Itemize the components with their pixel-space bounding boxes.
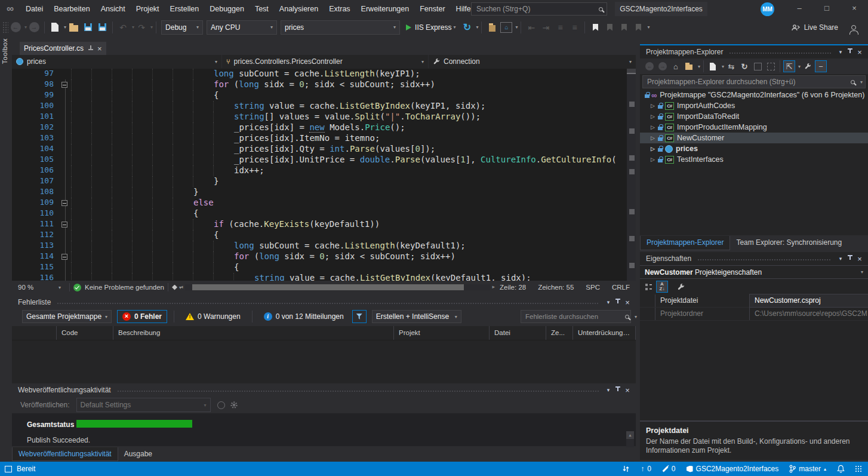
fold-margin[interactable] [59, 262, 72, 273]
code-line-112[interactable]: 112 { [12, 230, 636, 241]
horizontal-scrollbar[interactable]: ◂ ▸ [185, 284, 490, 290]
property-row-projektordner[interactable]: ProjektordnerC:\Users\mm\source\repos\GS… [640, 308, 868, 321]
code-line-103[interactable]: 103 _prices[idx].ItemNo = itemno; [12, 133, 636, 144]
code-line-97[interactable]: 97 long subCount = cache.ListLength(keyI… [12, 69, 636, 79]
preview-icon[interactable] [217, 401, 225, 409]
close-icon[interactable]: × [623, 298, 632, 307]
close-icon[interactable]: × [855, 48, 864, 57]
collapse-region-icon[interactable] [61, 254, 67, 260]
avatar[interactable]: MM [761, 2, 774, 16]
uncomment-icon[interactable]: ≡ [567, 20, 581, 35]
clear-bookmarks-icon[interactable] [631, 20, 645, 35]
fold-margin[interactable] [59, 187, 72, 198]
fold-margin[interactable] [59, 208, 72, 219]
publish-profile-dropdown[interactable]: Default Settings▾ [76, 398, 211, 412]
restore-layout-icon[interactable] [5, 466, 12, 472]
refresh-icon[interactable]: ↻ [460, 20, 474, 35]
messages-filter-button[interactable]: i0 von 12 Mitteilungen [259, 310, 349, 323]
redo-icon[interactable]: ↷ [134, 20, 149, 35]
menu-item-projekt[interactable]: Projekt [131, 0, 165, 18]
collapse-region-icon[interactable] [61, 200, 67, 206]
indent-increase-icon[interactable]: ⇥ [538, 20, 553, 35]
window-position-icon[interactable]: ▾ [604, 299, 613, 305]
new-item-dropdown-icon[interactable]: ▾ [722, 64, 724, 69]
redo-dropdown-icon[interactable]: ▾ [150, 24, 153, 30]
fold-margin[interactable] [59, 176, 72, 187]
menu-item-fenster[interactable]: Fenster [414, 0, 450, 18]
property-value[interactable]: NewCustomer.csproj [750, 294, 868, 307]
pending-edits-button[interactable]: 0 [658, 462, 680, 476]
code-line-116[interactable]: 116 string value = cache.ListGetByIndex(… [12, 273, 636, 281]
scroll-right-icon[interactable]: ▸ [493, 284, 495, 290]
navigate-back-icon[interactable]: ← [8, 20, 23, 35]
collapse-region-icon[interactable] [61, 82, 67, 88]
repository-button[interactable]: GSC2Magento2Interfaces [682, 462, 783, 476]
health-status[interactable]: Keine Probleme gefunden [85, 284, 164, 291]
member-dropdown[interactable]: Connection▾ [429, 55, 636, 68]
code-line-107[interactable]: 107 } [12, 176, 636, 187]
code-line-99[interactable]: 99 { [12, 90, 636, 101]
fold-margin[interactable] [59, 155, 72, 165]
menu-item-erweiterungen[interactable]: Erweiterungen [356, 0, 415, 18]
browser-link-dropdown-icon[interactable]: ▾ [515, 24, 518, 30]
errors-filter-button[interactable]: ×0 Fehler [117, 310, 167, 323]
menu-item-debuggen[interactable]: Debuggen [204, 0, 250, 18]
maximize-button[interactable]: □ [813, 0, 841, 18]
live-share-button[interactable]: Live Share [804, 23, 838, 32]
open-file-icon[interactable] [66, 20, 81, 35]
fold-margin[interactable] [59, 144, 72, 155]
properties-object-dropdown[interactable]: NewCustomer Projekteigenschaften ▾ [640, 265, 868, 279]
close-icon[interactable]: × [855, 254, 864, 263]
properties-title-bar[interactable]: Eigenschaften ▾ × [640, 252, 868, 265]
panel-tab-team-explorer[interactable]: Team Explorer: Synchronisierung [730, 236, 848, 250]
fold-margin[interactable] [59, 251, 72, 262]
home-icon[interactable]: ⌂ [670, 60, 682, 72]
property-value[interactable]: C:\Users\mm\source\repos\GSC2M [750, 308, 868, 320]
fold-margin[interactable] [59, 241, 72, 251]
solution-explorer-search-input[interactable] [643, 78, 847, 86]
notifications-bell-icon[interactable] [833, 462, 849, 476]
bottom-tab-ausgabe[interactable]: Ausgabe [118, 447, 158, 461]
code-line-110[interactable]: 110 { [12, 208, 636, 219]
fold-margin[interactable] [59, 133, 72, 144]
menu-item-datei[interactable]: Datei [20, 0, 48, 18]
column-header[interactable]: Datei [490, 326, 546, 340]
new-file-icon[interactable] [48, 20, 62, 35]
switch-views-icon[interactable] [683, 60, 695, 72]
code-editor[interactable]: 97 long subCount = cache.ListLength(keyI… [12, 69, 636, 281]
attach-to-process-icon[interactable] [485, 20, 499, 35]
run-button[interactable]: IIS Express▾ [402, 20, 460, 35]
code-line-102[interactable]: 102 _prices[idx] = new Models.Price(); [12, 122, 636, 133]
zoom-dropdown[interactable]: 90 %▾ [12, 284, 66, 291]
type-dropdown[interactable]: ⑂ prices.Controllers.PricesController▾ [222, 55, 429, 68]
column-header[interactable]: Beschreibung [113, 326, 394, 340]
resize-grip[interactable] [855, 465, 862, 472]
tree-item-newcustomer[interactable]: ▷C#NewCustomer [640, 133, 868, 143]
indent-decrease-icon[interactable]: ⇤ [524, 20, 538, 35]
configuration-dropdown[interactable]: Debug▾ [161, 20, 203, 35]
chevron-right-icon[interactable]: ▷ [651, 113, 658, 119]
fold-margin[interactable] [59, 90, 72, 101]
navigate-forward-icon[interactable]: → [27, 20, 41, 35]
fold-margin[interactable] [59, 101, 72, 112]
panel-tab-solution-explorer[interactable]: Projektmappen-Explorer [640, 236, 730, 250]
pin-icon[interactable] [613, 299, 623, 306]
save-icon[interactable] [81, 20, 95, 35]
tab-pricescontroller[interactable]: PricesController.cs × [20, 42, 106, 55]
pin-icon[interactable] [845, 48, 855, 56]
browser-link-icon[interactable]: ⌂ [499, 20, 513, 35]
fold-margin[interactable] [59, 79, 72, 90]
menu-item-erstellen[interactable]: Erstellen [165, 0, 205, 18]
fold-margin[interactable] [59, 69, 72, 79]
fold-margin[interactable] [59, 230, 72, 241]
fold-margin[interactable] [59, 112, 72, 122]
sync-dropdown-icon[interactable]: ▾ [798, 64, 801, 69]
code-line-105[interactable]: 105 _prices[idx].UnitPrice = double.Pars… [12, 155, 636, 165]
bookmark-icon[interactable] [588, 20, 602, 35]
code-line-100[interactable]: 100 string value = cache.ListGetByIndex(… [12, 101, 636, 112]
column-indicator[interactable]: Zeichen: 55 [532, 284, 580, 291]
collapse-region-icon[interactable] [61, 222, 67, 228]
quick-search[interactable] [471, 2, 607, 16]
toolbar-grip[interactable] [2, 22, 8, 33]
next-bookmark-icon[interactable] [617, 20, 631, 35]
